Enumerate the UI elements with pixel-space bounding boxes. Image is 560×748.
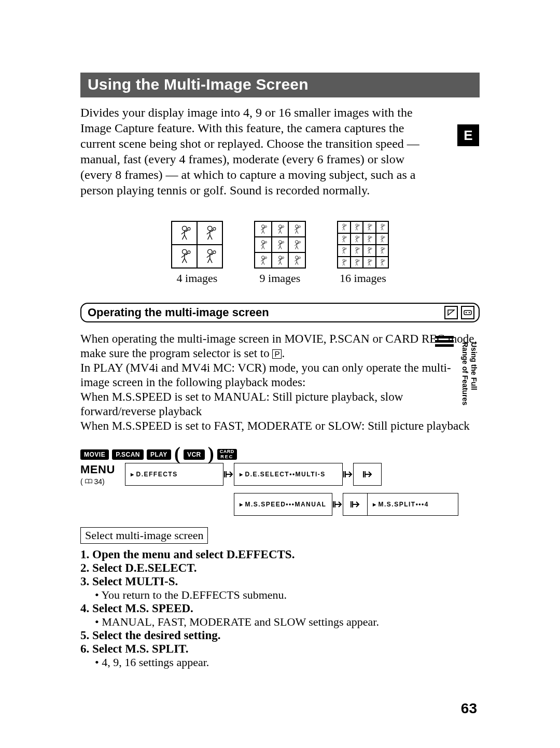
select-multi-image-label: Select multi-image screen — [80, 527, 208, 544]
mode-pscan-badge: P.SCAN — [112, 449, 144, 460]
grid-examples: 4 images 9 images 16 images — [80, 221, 480, 285]
mode-card-rec-badge: CARD REC — [217, 449, 237, 460]
operating-body: When operating the multi-image screen in… — [80, 332, 480, 433]
menu-step-deffects: D.EFFECTS — [125, 463, 223, 486]
grid-4-caption: 4 images — [171, 272, 223, 285]
grid-16-preview — [337, 221, 389, 269]
tape-mode-icon — [461, 306, 474, 319]
grid-4-preview — [171, 221, 223, 269]
page-title: Using the Multi-Image Screen — [88, 76, 309, 93]
menu-step-return2 — [343, 493, 368, 516]
flow-arrow-icon — [343, 469, 353, 479]
mode-movie-badge: MOVIE — [80, 449, 109, 460]
operating-section-header: Operating the multi-image screen — [80, 303, 480, 322]
menu-page-ref: ( 34) — [80, 477, 125, 486]
step-3: 3. Select MULTI-S. — [80, 575, 480, 588]
menu-label: MENU — [80, 463, 125, 476]
flow-arrow-icon — [332, 499, 343, 510]
operating-section-title: Operating the multi-image screen — [88, 306, 269, 319]
grid-9-preview — [254, 221, 306, 269]
menu-step-return — [353, 463, 382, 486]
flow-arrow-icon — [223, 469, 234, 479]
side-tab-label: Using the Full Range of Features — [460, 342, 478, 405]
step-5: 5. Select the desired setting. — [80, 629, 480, 642]
body-p4: When M.S.SPEED is set to FAST, MODERATE … — [80, 419, 470, 432]
card-bottom: REC — [220, 455, 234, 459]
page-number: 63 — [461, 700, 477, 717]
language-badge: E — [457, 124, 479, 146]
step-4: 4. Select M.S. SPEED. — [80, 602, 480, 615]
side-bars-decoration — [435, 336, 454, 347]
svg-point-5 — [469, 312, 470, 313]
step-3-bullet: • You return to the D.EFFECTS submenu. — [95, 588, 480, 602]
menu-step-deselect: D.E.SELECT••MULTI-S — [234, 463, 343, 486]
menu-step-msspeed: M.S.SPEED•••MANUAL — [234, 493, 332, 516]
svg-point-4 — [466, 312, 467, 313]
book-icon — [85, 478, 92, 484]
instruction-steps: 1. Open the menu and select D.EFFECTS. 2… — [80, 548, 480, 669]
body-p2: In PLAY (MV4i and MV4i MC: VCR) mode, yo… — [80, 361, 451, 389]
body-p1b: . — [282, 347, 285, 360]
program-selector-symbol: P — [272, 349, 282, 359]
mode-badges-row: MOVIE P.SCAN PLAY ( VCR ) CARD REC — [80, 449, 480, 460]
step-4-bullet: • MANUAL, FAST, MODERATE and SLOW settin… — [95, 615, 480, 629]
menu-step-mssplit: M.S.SPLIT•••4 — [368, 493, 458, 516]
step-6-bullet: • 4, 9, 16 settings appear. — [95, 656, 480, 669]
intro-paragraph: Divides your display image into 4, 9 or … — [80, 105, 433, 198]
mode-vcr-badge: VCR — [184, 449, 205, 460]
card-top: CARD — [220, 449, 234, 454]
svg-rect-3 — [464, 311, 471, 315]
page-title-bar: Using the Multi-Image Screen — [80, 73, 480, 97]
step-2: 2. Select D.E.SELECT. — [80, 561, 480, 575]
body-p3: When M.S.SPEED is set to MANUAL: Still p… — [80, 390, 403, 418]
mode-play-badge: PLAY — [147, 449, 171, 460]
grid-9-caption: 9 images — [254, 272, 306, 285]
step-1: 1. Open the menu and select D.EFFECTS. — [80, 548, 480, 561]
grid-16-caption: 16 images — [337, 272, 389, 285]
movie-mode-icon — [444, 306, 458, 319]
step-6: 6. Select M.S. SPLIT. — [80, 642, 480, 656]
